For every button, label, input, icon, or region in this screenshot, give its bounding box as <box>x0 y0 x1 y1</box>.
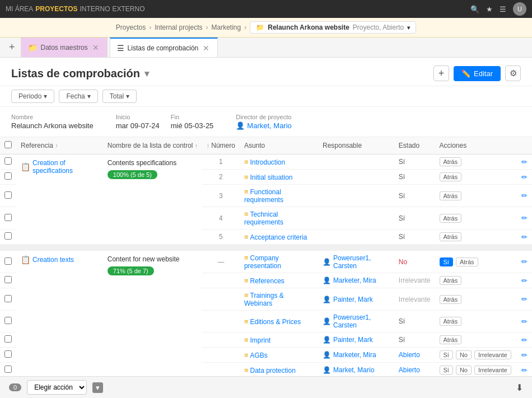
edit-row-icon[interactable]: ✏ <box>521 366 528 374</box>
item-link[interactable]: Technical requirements <box>244 210 283 226</box>
actions-container: Atrás <box>440 317 512 326</box>
action-execute-button[interactable]: ▾ <box>92 382 103 393</box>
edit-row-icon[interactable]: ✏ <box>521 158 528 166</box>
responsible-cell: 👤Market, Mario <box>318 363 394 378</box>
ref-link[interactable]: 📋Creation of specifications <box>21 159 99 175</box>
row-checkbox[interactable] <box>4 276 12 283</box>
number-cell <box>202 333 240 348</box>
header-estado: Estado <box>394 137 435 154</box>
tab-datos-close[interactable]: ✕ <box>91 43 100 52</box>
action-button-atrás[interactable]: Atrás <box>440 157 462 166</box>
breadcrumb-internal[interactable]: Internal projects <box>155 24 202 31</box>
edit-row-icon[interactable]: ✏ <box>521 191 528 200</box>
search-icon[interactable]: 🔍 <box>470 5 479 13</box>
filter-total[interactable]: Total ▾ <box>102 90 137 103</box>
row-checkbox[interactable] <box>4 350 12 358</box>
row-checkbox[interactable] <box>4 172 12 180</box>
action-button-atrás[interactable]: Atrás <box>440 317 462 326</box>
item-link[interactable]: Company presentation <box>244 254 281 270</box>
ref-link[interactable]: 📋Creation texts <box>21 255 99 264</box>
action-button-sí[interactable]: Sí <box>440 350 453 359</box>
project-status: Proyecto, Abierto <box>353 24 404 31</box>
person-icon: 👤 <box>323 317 331 325</box>
nav-proyectos[interactable]: PROYECTOS <box>35 5 77 13</box>
nav-externo[interactable]: EXTERNO <box>112 5 144 13</box>
action-button-irrelevante[interactable]: Irrelevante <box>474 350 511 359</box>
nav-mi-area[interactable]: MI ÁREA <box>6 5 33 13</box>
action-button-atrás[interactable]: Atrás <box>440 172 462 181</box>
tab-listas-close[interactable]: ✕ <box>202 44 211 53</box>
action-button-atrás[interactable]: Atrás <box>440 295 462 304</box>
item-link[interactable]: Trainings & Webinars <box>244 292 284 307</box>
action-button-atrás[interactable]: Atrás <box>440 214 462 223</box>
row-checkbox[interactable] <box>4 232 12 240</box>
item-link[interactable]: Functional requirements <box>244 188 283 204</box>
edit-row-icon[interactable]: ✏ <box>521 214 528 222</box>
breadcrumb-marketing[interactable]: Marketing <box>212 24 241 31</box>
action-button-irrelevante[interactable]: Irrelevante <box>474 366 511 374</box>
edit-row-icon[interactable]: ✏ <box>521 336 528 344</box>
director-value[interactable]: 👤 Market, Mario <box>236 121 291 130</box>
edit-button[interactable]: ✏️ Editar <box>454 66 501 81</box>
action-button-no[interactable]: No <box>456 350 472 359</box>
item-link[interactable]: Acceptance criteria <box>250 233 307 241</box>
title-chevron-icon[interactable]: ▾ <box>144 68 149 79</box>
breadcrumb: Proyectos › Internal projects › Marketin… <box>116 21 416 34</box>
action-button-atrás[interactable]: Atrás <box>440 232 462 241</box>
edit-row-icon[interactable]: ✏ <box>521 317 528 326</box>
header-checklist[interactable]: Nombre de la lista de control ↑ <box>103 137 202 154</box>
action-button-sí[interactable]: Sí <box>440 257 453 266</box>
action-button-atrás[interactable]: Atrás <box>440 335 462 344</box>
menu-icon[interactable]: ☰ <box>500 5 506 13</box>
tab-datos-maestros[interactable]: 📁 Datos maestros ✕ <box>21 38 108 57</box>
header-referencia[interactable]: Referencia ↑ <box>16 137 103 154</box>
row-checkbox[interactable] <box>4 191 12 199</box>
item-icon: ≡ <box>244 173 249 181</box>
item-link[interactable]: Imprint <box>250 336 271 344</box>
filter-fecha[interactable]: Fecha ▾ <box>59 90 97 103</box>
row-checkbox[interactable] <box>4 257 12 265</box>
filter-periodo[interactable]: Periodo ▾ <box>11 90 54 103</box>
add-tab-button[interactable]: + <box>6 41 18 53</box>
row-checkbox[interactable] <box>4 214 12 221</box>
number-cell: 5 <box>202 230 240 245</box>
nav-interno[interactable]: INTERNO <box>80 5 110 13</box>
edit-row-icon[interactable]: ✏ <box>521 295 528 303</box>
chevron-down-icon[interactable]: ▾ <box>407 25 410 31</box>
item-link[interactable]: Introduction <box>250 158 286 166</box>
breadcrumb-proyectos[interactable]: Proyectos <box>116 24 146 31</box>
item-link[interactable]: Editions & Prices <box>250 318 301 326</box>
item-link[interactable]: AGBs <box>250 352 268 359</box>
settings-button[interactable]: ⚙ <box>505 65 521 81</box>
star-icon[interactable]: ★ <box>486 5 493 13</box>
action-select[interactable]: Elegir acción <box>27 380 87 395</box>
row-checkbox[interactable] <box>4 335 12 343</box>
row-checkbox[interactable] <box>4 157 12 165</box>
person-icon: 👤 <box>323 366 331 374</box>
acciones-cell: Atrás <box>435 185 517 207</box>
avatar[interactable]: U <box>513 2 526 16</box>
action-button-atrás[interactable]: Atrás <box>456 257 478 266</box>
action-button-sí[interactable]: Sí <box>440 366 453 374</box>
tab-listas-comprobacion[interactable]: ☰ Listas de comprobación ✕ <box>110 38 218 57</box>
row-checkbox[interactable] <box>4 366 12 373</box>
header-checkbox[interactable] <box>0 137 16 154</box>
breadcrumb-current[interactable]: 📁 Relaunch Arkona website Proyecto, Abie… <box>250 21 416 34</box>
action-button-atrás[interactable]: Atrás <box>440 276 462 285</box>
edit-row-icon[interactable]: ✏ <box>521 173 528 181</box>
header-numero[interactable]: ↑ Número <box>202 137 240 154</box>
item-link[interactable]: Initial situation <box>250 174 293 181</box>
edit-row-icon[interactable]: ✏ <box>521 257 528 266</box>
download-button[interactable]: ⬇ <box>516 382 523 393</box>
item-link[interactable]: References <box>250 277 284 285</box>
add-button[interactable]: + <box>433 65 449 81</box>
edit-row-icon[interactable]: ✏ <box>521 277 528 285</box>
row-checkbox[interactable] <box>4 295 12 302</box>
edit-row-icon[interactable]: ✏ <box>521 351 528 359</box>
item-link[interactable]: Data protection <box>250 367 296 374</box>
action-button-no[interactable]: No <box>456 366 472 374</box>
action-button-atrás[interactable]: Atrás <box>440 191 462 200</box>
row-checkbox[interactable] <box>4 317 12 324</box>
edit-row-icon[interactable]: ✏ <box>521 233 528 241</box>
select-all-checkbox[interactable] <box>4 141 12 148</box>
